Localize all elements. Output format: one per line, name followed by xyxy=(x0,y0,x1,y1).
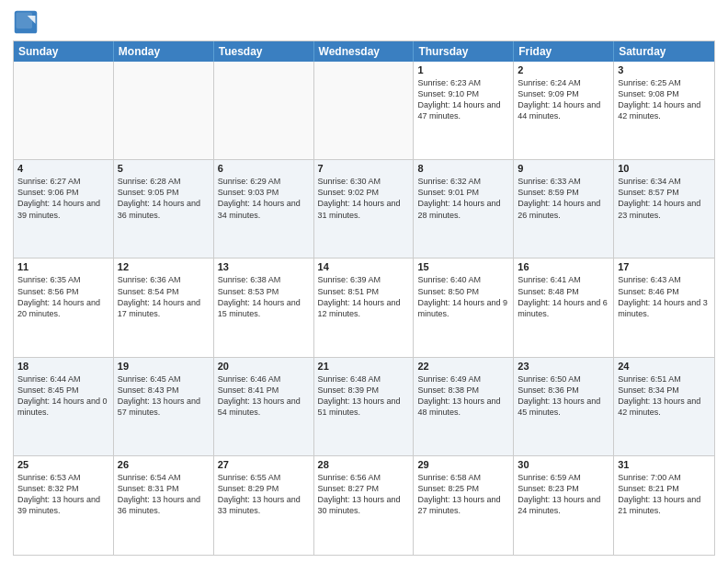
day-cell-11: 11Sunrise: 6:35 AM Sunset: 8:56 PM Dayli… xyxy=(14,259,114,356)
day-number: 26 xyxy=(118,459,210,470)
cell-info: Sunrise: 6:30 AM Sunset: 9:02 PM Dayligh… xyxy=(318,176,410,221)
day-cell-7: 7Sunrise: 6:30 AM Sunset: 9:02 PM Daylig… xyxy=(314,160,415,258)
day-cell-6: 6Sunrise: 6:29 AM Sunset: 9:03 PM Daylig… xyxy=(214,160,314,258)
day-cell-19: 19Sunrise: 6:45 AM Sunset: 8:43 PM Dayli… xyxy=(114,358,214,455)
cell-info: Sunrise: 6:45 AM Sunset: 8:43 PM Dayligh… xyxy=(118,373,210,419)
day-cell-17: 17Sunrise: 6:43 AM Sunset: 8:46 PM Dayli… xyxy=(614,259,714,356)
day-number: 15 xyxy=(417,261,509,272)
calendar-body: 1Sunrise: 6:23 AM Sunset: 9:10 PM Daylig… xyxy=(14,62,714,555)
day-number: 14 xyxy=(318,261,410,272)
cell-info: Sunrise: 6:46 AM Sunset: 8:41 PM Dayligh… xyxy=(218,373,310,419)
day-number: 31 xyxy=(618,459,711,470)
weekday-header-tuesday: Tuesday xyxy=(214,41,314,62)
cell-info: Sunrise: 6:40 AM Sunset: 8:50 PM Dayligh… xyxy=(417,274,509,319)
empty-cell xyxy=(214,62,314,159)
day-cell-9: 9Sunrise: 6:33 AM Sunset: 8:59 PM Daylig… xyxy=(514,160,614,258)
day-number: 9 xyxy=(518,163,609,174)
cell-info: Sunrise: 6:44 AM Sunset: 8:45 PM Dayligh… xyxy=(17,373,109,419)
day-cell-10: 10Sunrise: 6:34 AM Sunset: 8:57 PM Dayli… xyxy=(614,160,714,258)
day-number: 2 xyxy=(518,64,609,75)
cell-info: Sunrise: 6:55 AM Sunset: 8:29 PM Dayligh… xyxy=(218,472,310,517)
day-number: 12 xyxy=(118,261,210,272)
week-row-5: 25Sunrise: 6:53 AM Sunset: 8:32 PM Dayli… xyxy=(14,456,714,555)
day-cell-31: 31Sunrise: 7:00 AM Sunset: 8:21 PM Dayli… xyxy=(614,456,714,555)
day-number: 6 xyxy=(218,163,310,174)
week-row-3: 11Sunrise: 6:35 AM Sunset: 8:56 PM Dayli… xyxy=(14,259,714,357)
day-cell-28: 28Sunrise: 6:56 AM Sunset: 8:27 PM Dayli… xyxy=(314,456,415,555)
empty-cell xyxy=(14,62,114,159)
weekday-header-wednesday: Wednesday xyxy=(314,41,415,62)
day-cell-25: 25Sunrise: 6:53 AM Sunset: 8:32 PM Dayli… xyxy=(14,456,114,555)
cell-info: Sunrise: 6:49 AM Sunset: 8:38 PM Dayligh… xyxy=(417,373,509,419)
cell-info: Sunrise: 6:24 AM Sunset: 9:09 PM Dayligh… xyxy=(518,77,609,122)
cell-info: Sunrise: 6:34 AM Sunset: 8:57 PM Dayligh… xyxy=(618,176,711,221)
cell-info: Sunrise: 6:59 AM Sunset: 8:23 PM Dayligh… xyxy=(518,472,609,517)
day-cell-8: 8Sunrise: 6:32 AM Sunset: 9:01 PM Daylig… xyxy=(414,160,514,258)
day-number: 3 xyxy=(618,64,711,75)
logo xyxy=(13,9,40,35)
weekday-header-monday: Monday xyxy=(114,41,214,62)
header xyxy=(13,9,715,35)
cell-info: Sunrise: 6:33 AM Sunset: 8:59 PM Dayligh… xyxy=(518,176,609,221)
svg-rect-2 xyxy=(17,13,33,29)
day-number: 13 xyxy=(218,261,310,272)
day-cell-22: 22Sunrise: 6:49 AM Sunset: 8:38 PM Dayli… xyxy=(414,358,514,455)
day-number: 11 xyxy=(17,261,109,272)
day-number: 20 xyxy=(218,361,310,372)
weekday-header-thursday: Thursday xyxy=(414,41,514,62)
day-cell-30: 30Sunrise: 6:59 AM Sunset: 8:23 PM Dayli… xyxy=(514,456,614,555)
day-number: 21 xyxy=(318,361,410,372)
day-number: 4 xyxy=(17,163,109,174)
week-row-1: 1Sunrise: 6:23 AM Sunset: 9:10 PM Daylig… xyxy=(14,62,714,160)
day-cell-3: 3Sunrise: 6:25 AM Sunset: 9:08 PM Daylig… xyxy=(614,62,714,159)
weekday-header-saturday: Saturday xyxy=(614,41,714,62)
day-cell-29: 29Sunrise: 6:58 AM Sunset: 8:25 PM Dayli… xyxy=(414,456,514,555)
day-number: 22 xyxy=(417,361,509,372)
day-cell-15: 15Sunrise: 6:40 AM Sunset: 8:50 PM Dayli… xyxy=(414,259,514,356)
day-cell-2: 2Sunrise: 6:24 AM Sunset: 9:09 PM Daylig… xyxy=(514,62,614,159)
day-number: 1 xyxy=(417,64,509,75)
day-number: 10 xyxy=(618,163,711,174)
cell-info: Sunrise: 6:50 AM Sunset: 8:36 PM Dayligh… xyxy=(518,373,609,419)
empty-cell xyxy=(314,62,415,159)
day-cell-14: 14Sunrise: 6:39 AM Sunset: 8:51 PM Dayli… xyxy=(314,259,415,356)
cell-info: Sunrise: 6:54 AM Sunset: 8:31 PM Dayligh… xyxy=(118,472,210,517)
cell-info: Sunrise: 6:29 AM Sunset: 9:03 PM Dayligh… xyxy=(218,176,310,221)
day-number: 25 xyxy=(17,459,109,470)
logo-area xyxy=(13,9,40,35)
day-number: 7 xyxy=(318,163,410,174)
day-cell-20: 20Sunrise: 6:46 AM Sunset: 8:41 PM Dayli… xyxy=(214,358,314,455)
day-number: 29 xyxy=(417,459,509,470)
cell-info: Sunrise: 6:23 AM Sunset: 9:10 PM Dayligh… xyxy=(417,77,509,122)
calendar-header: SundayMondayTuesdayWednesdayThursdayFrid… xyxy=(14,41,714,62)
calendar: SundayMondayTuesdayWednesdayThursdayFrid… xyxy=(13,40,715,556)
day-cell-13: 13Sunrise: 6:38 AM Sunset: 8:53 PM Dayli… xyxy=(214,259,314,356)
empty-cell xyxy=(114,62,214,159)
cell-info: Sunrise: 6:48 AM Sunset: 8:39 PM Dayligh… xyxy=(318,373,410,419)
day-cell-24: 24Sunrise: 6:51 AM Sunset: 8:34 PM Dayli… xyxy=(614,358,714,455)
day-cell-27: 27Sunrise: 6:55 AM Sunset: 8:29 PM Dayli… xyxy=(214,456,314,555)
day-cell-1: 1Sunrise: 6:23 AM Sunset: 9:10 PM Daylig… xyxy=(414,62,514,159)
cell-info: Sunrise: 6:36 AM Sunset: 8:54 PM Dayligh… xyxy=(118,274,210,319)
day-number: 18 xyxy=(17,361,109,372)
day-number: 24 xyxy=(618,361,711,372)
day-cell-16: 16Sunrise: 6:41 AM Sunset: 8:48 PM Dayli… xyxy=(514,259,614,356)
day-number: 27 xyxy=(218,459,310,470)
cell-info: Sunrise: 6:35 AM Sunset: 8:56 PM Dayligh… xyxy=(17,274,109,319)
cell-info: Sunrise: 6:32 AM Sunset: 9:01 PM Dayligh… xyxy=(417,176,509,221)
day-number: 28 xyxy=(318,459,410,470)
cell-info: Sunrise: 7:00 AM Sunset: 8:21 PM Dayligh… xyxy=(618,472,711,517)
day-cell-23: 23Sunrise: 6:50 AM Sunset: 8:36 PM Dayli… xyxy=(514,358,614,455)
logo-icon xyxy=(13,9,39,35)
day-number: 5 xyxy=(118,163,210,174)
cell-info: Sunrise: 6:41 AM Sunset: 8:48 PM Dayligh… xyxy=(518,274,609,319)
cell-info: Sunrise: 6:25 AM Sunset: 9:08 PM Dayligh… xyxy=(618,77,711,122)
cell-info: Sunrise: 6:28 AM Sunset: 9:05 PM Dayligh… xyxy=(118,176,210,221)
day-cell-26: 26Sunrise: 6:54 AM Sunset: 8:31 PM Dayli… xyxy=(114,456,214,555)
day-cell-18: 18Sunrise: 6:44 AM Sunset: 8:45 PM Dayli… xyxy=(14,358,114,455)
cell-info: Sunrise: 6:58 AM Sunset: 8:25 PM Dayligh… xyxy=(417,472,509,517)
weekday-header-sunday: Sunday xyxy=(14,41,114,62)
page: SundayMondayTuesdayWednesdayThursdayFrid… xyxy=(0,0,728,563)
weekday-header-friday: Friday xyxy=(514,41,614,62)
day-number: 16 xyxy=(518,261,609,272)
